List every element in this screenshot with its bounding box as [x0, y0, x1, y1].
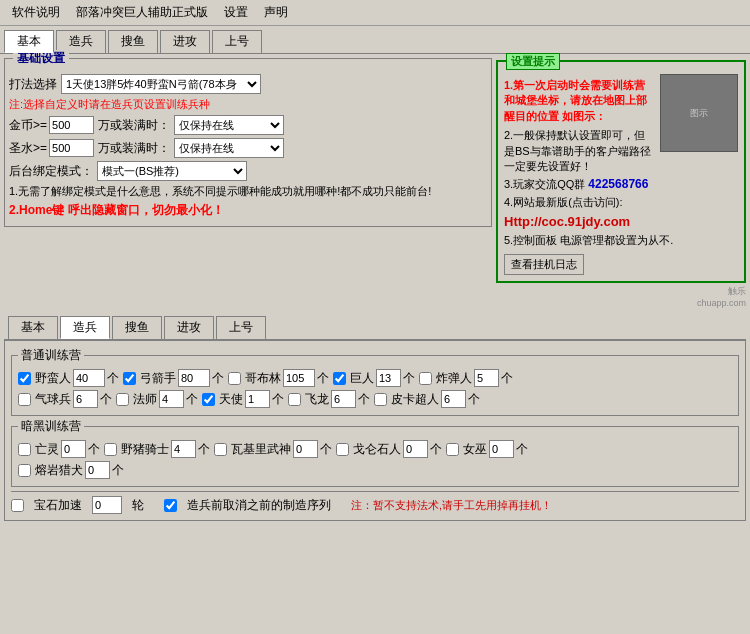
menu-settings[interactable]: 设置	[216, 2, 256, 23]
unit-giant-input[interactable]: 13	[376, 369, 401, 387]
unit-lava-check[interactable]	[18, 464, 31, 477]
tab-attack-top[interactable]: 进攻	[160, 30, 210, 53]
unit-minion-input[interactable]: 0	[61, 440, 86, 458]
hint3-qq[interactable]: 422568766	[588, 177, 648, 191]
bg-note2: 2.Home键 呼出隐藏窗口，切勿最小化！	[9, 202, 224, 219]
unit-pekka-unit: 个	[468, 391, 480, 408]
note2-row: 2.Home键 呼出隐藏窗口，切勿最小化！	[9, 202, 487, 219]
hint3: 3.玩家交流QQ群 422568766	[504, 176, 738, 193]
unit-minion-check[interactable]	[18, 443, 31, 456]
tab-fish-bottom[interactable]: 搜鱼	[112, 316, 162, 339]
unit-witch-input[interactable]: 0	[489, 440, 514, 458]
unit-wallbreaker-input[interactable]: 5	[474, 369, 499, 387]
unit-witch-label: 女巫	[463, 441, 487, 458]
unit-dragon-input[interactable]: 6	[331, 390, 356, 408]
unit-healer-input[interactable]: 1	[245, 390, 270, 408]
elixir-input[interactable]: 500	[49, 139, 94, 157]
unit-balloon-label: 气球兵	[35, 391, 71, 408]
gold-input[interactable]: 500	[49, 116, 94, 134]
unit-pekka-label: 皮卡超人	[391, 391, 439, 408]
unit-wizard-input[interactable]: 4	[159, 390, 184, 408]
unit-barbarian-input[interactable]: 40	[73, 369, 105, 387]
unit-minion: 亡灵 0 个	[18, 440, 100, 458]
unit-goblin-label: 哥布林	[245, 370, 281, 387]
elixir-action-select[interactable]: 仅保持在线	[174, 138, 284, 158]
unit-witch: 女巫 0 个	[446, 440, 528, 458]
unit-balloon: 气球兵 6 个	[18, 390, 112, 408]
gem-input[interactable]: 0	[92, 496, 122, 514]
unit-dragon-label: 飞龙	[305, 391, 329, 408]
unit-valkyrie-check[interactable]	[214, 443, 227, 456]
gold-label: 金币>=	[9, 117, 47, 134]
attack-label: 打法选择	[9, 76, 57, 93]
unit-wizard-check[interactable]	[116, 393, 129, 406]
unit-valkyrie-label: 瓦基里武神	[231, 441, 291, 458]
tab-troops-bottom[interactable]: 造兵	[60, 316, 110, 339]
elixir-row: 圣水>= 500 万或装满时： 仅保持在线	[9, 138, 487, 158]
unit-wizard: 法师 4 个	[116, 390, 198, 408]
unit-healer-check[interactable]	[202, 393, 215, 406]
elixir-unit: 万或装满时：	[98, 140, 170, 157]
queue-check[interactable]	[164, 499, 177, 512]
unit-hog-check[interactable]	[104, 443, 117, 456]
unit-pekka-check[interactable]	[374, 393, 387, 406]
menu-declaration[interactable]: 声明	[256, 2, 296, 23]
unit-healer-unit: 个	[272, 391, 284, 408]
unit-valkyrie-input[interactable]: 0	[293, 440, 318, 458]
unit-giant-check[interactable]	[333, 372, 346, 385]
left-panel: 基础设置 打法选择 1天使13胖5炸40野蛮N弓箭(78本身 注:选择自定义时请…	[4, 58, 492, 308]
elixir-label: 圣水>=	[9, 140, 47, 157]
watermark: 触乐chuapp.com	[496, 285, 746, 308]
tab-login-top[interactable]: 上号	[212, 30, 262, 53]
unit-goblin: 哥布林 105 个	[228, 369, 329, 387]
queue-label: 造兵前取消之前的制造序列	[187, 497, 331, 514]
tab-basic-top[interactable]: 基本	[4, 30, 54, 53]
unit-goblin-check[interactable]	[228, 372, 241, 385]
gold-unit: 万或装满时：	[98, 117, 170, 134]
unit-dragon-unit: 个	[358, 391, 370, 408]
unit-barbarian-unit: 个	[107, 370, 119, 387]
unit-dragon-check[interactable]	[288, 393, 301, 406]
unit-golem-input[interactable]: 0	[403, 440, 428, 458]
tab-fish-top[interactable]: 搜鱼	[108, 30, 158, 53]
unit-balloon-input[interactable]: 6	[73, 390, 98, 408]
tab-basic-bottom[interactable]: 基本	[8, 316, 58, 339]
attack-note: 注:选择自定义时请在造兵页设置训练兵种	[9, 97, 210, 112]
unit-goblin-input[interactable]: 105	[283, 369, 315, 387]
unit-healer-label: 天使	[219, 391, 243, 408]
log-button[interactable]: 查看挂机日志	[504, 254, 584, 275]
unit-golem-unit: 个	[430, 441, 442, 458]
tab-login-bottom[interactable]: 上号	[216, 316, 266, 339]
unit-barbarian-check[interactable]	[18, 372, 31, 385]
unit-hog-input[interactable]: 4	[171, 440, 196, 458]
bg-select[interactable]: 模式一(BS推荐)	[97, 161, 247, 181]
normal-camp-title: 普通训练营	[18, 347, 84, 364]
normal-camp-section: 普通训练营 野蛮人 40 个 弓箭手 80 个 哥布林	[11, 355, 739, 416]
unit-wallbreaker-check[interactable]	[419, 372, 432, 385]
unit-pekka-input[interactable]: 6	[441, 390, 466, 408]
unit-golem-check[interactable]	[336, 443, 349, 456]
menu-title[interactable]: 部落冲突巨人辅助正式版	[68, 2, 216, 23]
tab-attack-bottom[interactable]: 进攻	[164, 316, 214, 339]
gem-boost-check[interactable]	[11, 499, 24, 512]
hint5-url[interactable]: Http://coc.91jdy.com	[504, 214, 630, 229]
top-tab-bar: 基本 造兵 搜鱼 进攻 上号	[0, 26, 750, 54]
menu-software[interactable]: 软件说明	[4, 2, 68, 23]
main-panel: 基础设置 打法选择 1天使13胖5炸40野蛮N弓箭(78本身 注:选择自定义时请…	[0, 54, 750, 525]
unit-valkyrie-unit: 个	[320, 441, 332, 458]
unit-wallbreaker-unit: 个	[501, 370, 513, 387]
unit-lava-input[interactable]: 0	[85, 461, 110, 479]
basic-settings-box: 基础设置 打法选择 1天使13胖5炸40野蛮N弓箭(78本身 注:选择自定义时请…	[4, 58, 492, 227]
normal-unit-row1: 野蛮人 40 个 弓箭手 80 个 哥布林 105 个	[18, 369, 732, 387]
bg-label: 后台绑定模式：	[9, 163, 93, 180]
unit-witch-check[interactable]	[446, 443, 459, 456]
unit-archer-input[interactable]: 80	[178, 369, 210, 387]
unit-minion-unit: 个	[88, 441, 100, 458]
unit-balloon-check[interactable]	[18, 393, 31, 406]
gold-action-select[interactable]: 仅保持在线	[174, 115, 284, 135]
gold-row: 金币>= 500 万或装满时： 仅保持在线	[9, 115, 487, 135]
unit-archer-check[interactable]	[123, 372, 136, 385]
unit-balloon-unit: 个	[100, 391, 112, 408]
right-panel: 设置提示 图示 1.第一次启动时会需要训练营和城堡坐标，请放在地图上部醒目的位置…	[496, 58, 746, 308]
attack-select[interactable]: 1天使13胖5炸40野蛮N弓箭(78本身	[61, 74, 261, 94]
